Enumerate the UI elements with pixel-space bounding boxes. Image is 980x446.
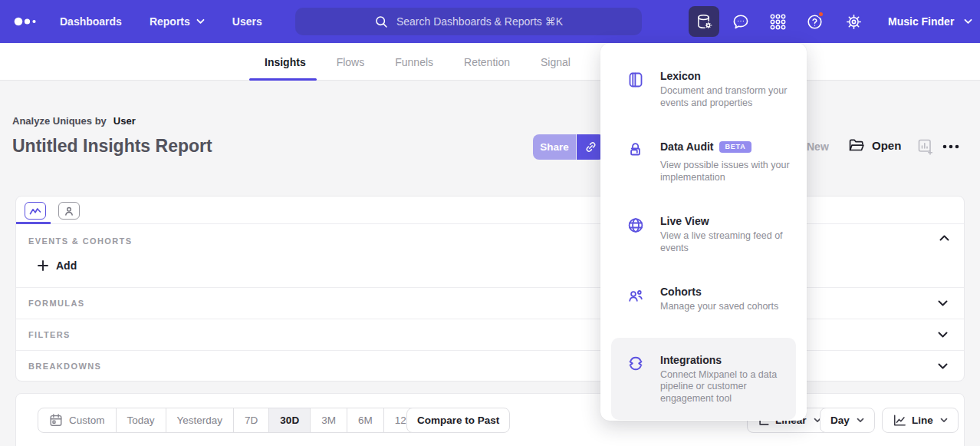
- data-management-icon: [696, 13, 713, 31]
- tab-signal[interactable]: Signal: [541, 56, 571, 68]
- nav-reports[interactable]: Reports: [150, 15, 205, 28]
- tab-flows[interactable]: Flows: [337, 56, 365, 68]
- section-formulas[interactable]: FORMULAS: [16, 287, 964, 319]
- plus-icon: [38, 260, 48, 271]
- formulas-label: FORMULAS: [28, 299, 85, 308]
- chart-controls-card: Custom Today Yesterday 7D 30D 3M 6M 12M …: [15, 393, 965, 446]
- chevron-down-icon: [938, 300, 948, 306]
- menu-item-integrations[interactable]: Integrations Connect Mixpanel to a data …: [611, 338, 796, 421]
- nav-dashboards-label: Dashboards: [60, 15, 122, 28]
- compare-label: Compare to Past: [417, 415, 499, 426]
- events-view-tab[interactable]: [25, 202, 46, 220]
- line-chart-icon: [29, 206, 41, 216]
- section-events-cohorts[interactable]: EVENTS & COHORTS: [28, 236, 132, 246]
- project-name: Music Finder: [888, 15, 954, 28]
- report-tabbar: Insights Flows Funnels Retention Signal …: [0, 43, 980, 81]
- topbar-nav: Dashboards Reports Users: [60, 0, 262, 43]
- nav-dashboards[interactable]: Dashboards: [60, 15, 122, 28]
- breakdowns-label: BREAKDOWNS: [28, 362, 101, 371]
- range-custom[interactable]: Custom: [38, 408, 116, 432]
- open-label: Open: [872, 139, 901, 152]
- calendar-icon: [49, 413, 63, 428]
- menu-title: Integrations: [660, 353, 722, 367]
- menu-item-cohorts[interactable]: Cohorts Manage your saved cohorts: [600, 269, 807, 329]
- settings-button[interactable]: [845, 13, 863, 31]
- link-icon: [584, 140, 598, 154]
- beta-badge: BETA: [719, 141, 751, 153]
- range-custom-label: Custom: [69, 415, 105, 426]
- chart-type-dropdown[interactable]: Line: [882, 408, 959, 433]
- section-breakdowns[interactable]: BREAKDOWNS: [16, 350, 964, 382]
- notification-dot: [817, 11, 824, 18]
- compare-to-past-button[interactable]: Compare to Past: [406, 408, 510, 433]
- integrations-icon: [626, 353, 645, 375]
- data-management-button[interactable]: [689, 6, 719, 37]
- messages-button[interactable]: [732, 13, 750, 31]
- menu-item-lexicon[interactable]: Lexicon Document and transform your even…: [600, 54, 807, 124]
- line-chart-icon: [893, 414, 906, 427]
- analyze-entity-selector[interactable]: User: [113, 115, 136, 127]
- analyze-prefix: Analyze Uniques by: [12, 115, 107, 127]
- open-report-button[interactable]: Open: [848, 137, 901, 153]
- more-options-button[interactable]: [942, 144, 960, 150]
- builder-tabs-row: [16, 197, 964, 224]
- filters-label: FILTERS: [28, 330, 71, 339]
- lexicon-icon: [626, 69, 645, 91]
- settings-icon: [845, 13, 863, 31]
- builder-active-tab-underline: [16, 222, 51, 224]
- tab-funnels[interactable]: Funnels: [395, 56, 433, 68]
- collapse-events-button[interactable]: [939, 235, 949, 241]
- menu-title: Data Audit: [660, 140, 713, 154]
- range-today[interactable]: Today: [116, 408, 166, 432]
- ellipsis-icon: [942, 144, 960, 150]
- chevron-down-icon: [964, 18, 972, 25]
- add-to-board-button[interactable]: [917, 138, 934, 156]
- apps-grid-icon: [769, 13, 787, 31]
- search-placeholder: Search Dashboards & Reports ⌘K: [396, 15, 563, 28]
- range-yesterday[interactable]: Yesterday: [166, 408, 234, 432]
- profiles-icon: [64, 206, 74, 216]
- menu-item-live-view[interactable]: Live View View a live streaming feed of …: [600, 199, 807, 269]
- menu-title: Live View: [660, 214, 709, 228]
- share-button[interactable]: Share: [533, 134, 576, 160]
- range-30d[interactable]: 30D: [268, 408, 310, 432]
- interval-dropdown[interactable]: Day: [820, 408, 875, 433]
- apps-grid-button[interactable]: [769, 13, 787, 31]
- mixpanel-logo-icon: [14, 16, 38, 27]
- range-6m[interactable]: 6M: [347, 408, 383, 432]
- help-button[interactable]: [806, 13, 824, 31]
- report-tabs: Insights Flows Funnels Retention Signal …: [265, 43, 633, 81]
- add-event-button[interactable]: Add: [38, 259, 77, 272]
- data-audit-icon: [626, 140, 645, 161]
- add-chart-icon: [917, 138, 934, 156]
- live-view-icon: [626, 214, 645, 236]
- menu-item-data-audit[interactable]: Data Audit BETA View possible issues wit…: [600, 124, 807, 199]
- menu-description: Manage your saved cohorts: [660, 301, 791, 313]
- tab-retention[interactable]: Retention: [464, 56, 510, 68]
- cohorts-icon: [626, 285, 645, 306]
- nav-users-label: Users: [232, 15, 262, 28]
- chevron-down-icon: [857, 418, 864, 423]
- interval-label: Day: [830, 415, 850, 426]
- date-range-control: Custom Today Yesterday 7D 30D 3M 6M 12M: [38, 408, 426, 433]
- range-3m[interactable]: 3M: [310, 408, 347, 432]
- menu-description: Document and transform your events and p…: [660, 85, 791, 109]
- share-button-group: Share: [533, 134, 605, 160]
- profiles-view-tab[interactable]: [58, 202, 80, 220]
- menu-description: View a live streaming feed of events: [660, 230, 791, 254]
- search-input[interactable]: Search Dashboards & Reports ⌘K: [295, 8, 642, 35]
- report-title[interactable]: Untitled Insights Report: [12, 136, 212, 157]
- project-switcher[interactable]: Music Finder: [888, 0, 972, 43]
- app-root: Dashboards Reports Users Search Dashboar…: [0, 0, 980, 446]
- mixpanel-logo[interactable]: [14, 16, 38, 27]
- nav-reports-label: Reports: [150, 15, 190, 28]
- section-filters[interactable]: FILTERS: [16, 319, 964, 350]
- new-report-button[interactable]: New: [807, 140, 829, 153]
- tab-insights[interactable]: Insights: [265, 56, 306, 68]
- active-tab-underline: [249, 78, 317, 81]
- messages-icon: [732, 13, 750, 31]
- nav-users[interactable]: Users: [232, 15, 262, 28]
- range-7d[interactable]: 7D: [233, 408, 268, 432]
- analyze-eyebrow: Analyze Uniques byUser: [12, 115, 136, 127]
- add-label: Add: [56, 259, 77, 272]
